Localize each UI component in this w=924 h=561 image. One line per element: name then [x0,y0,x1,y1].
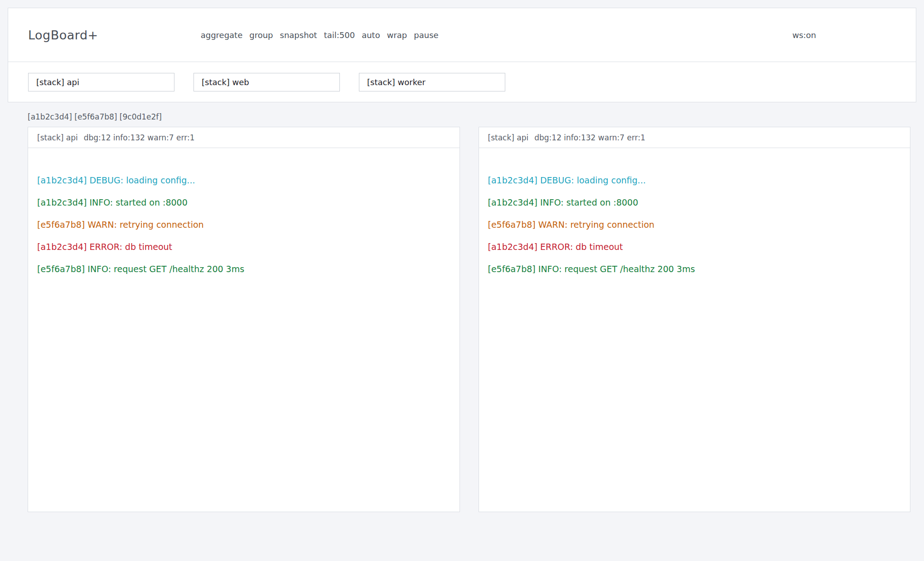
log-body[interactable]: [a1b2c3d4] DEBUG: loading config... [a1b… [28,148,460,512]
toolbar-item-wrap[interactable]: wrap [387,30,407,40]
log-panel-left: [stack] api dbg:12 info:132 warn:7 err:1… [28,127,460,512]
stack-filter-web[interactable]: [stack] web [194,73,340,91]
toolbar-item-auto[interactable]: auto [362,30,380,40]
log-line: [e5f6a7b8] WARN: retrying connection [37,214,455,236]
panel-title: [stack] api [488,133,529,142]
toolbar-item-pause[interactable]: pause [414,30,438,40]
stack-filter-row: [stack] api [stack] web [stack] worker [8,62,916,102]
panel-stats: dbg:12 info:132 warn:7 err:1 [534,133,645,142]
stack-filter-worker[interactable]: [stack] worker [359,73,505,91]
panel-header: [stack] api dbg:12 info:132 warn:7 err:1 [479,127,910,148]
log-line: [a1b2c3d4] ERROR: db timeout [37,236,455,258]
log-line: [a1b2c3d4] ERROR: db timeout [488,236,906,258]
log-line: [a1b2c3d4] DEBUG: loading config... [488,169,906,192]
toolbar: aggregate group snapshot tail:500 auto w… [201,30,439,40]
log-line: [a1b2c3d4] DEBUG: loading config... [37,169,455,192]
log-line: [a1b2c3d4] INFO: started on :8000 [37,192,455,214]
log-body[interactable]: [a1b2c3d4] DEBUG: loading config... [a1b… [479,148,910,512]
topbar: LogBoard+ aggregate group snapshot tail:… [8,8,916,102]
topbar-title-row: LogBoard+ aggregate group snapshot tail:… [8,8,916,62]
panel-title: [stack] api [37,133,78,142]
panel-stats: dbg:12 info:132 warn:7 err:1 [84,133,195,142]
log-line: [e5f6a7b8] INFO: request GET /healthz 20… [488,258,906,280]
log-line: [a1b2c3d4] INFO: started on :8000 [488,192,906,214]
toolbar-item-aggregate[interactable]: aggregate [201,30,243,40]
app-title: LogBoard+ [28,28,98,42]
panel-header: [stack] api dbg:12 info:132 warn:7 err:1 [28,127,460,148]
log-panel-right: [stack] api dbg:12 info:132 warn:7 err:1… [479,127,911,512]
stack-filter-api[interactable]: [stack] api [28,73,174,91]
trace-ids: [a1b2c3d4] [e5f6a7b8] [9c0d1e2f] [28,112,924,121]
log-line: [e5f6a7b8] INFO: request GET /healthz 20… [37,258,455,280]
log-line: [e5f6a7b8] WARN: retrying connection [488,214,906,236]
toolbar-item-snapshot[interactable]: snapshot [280,30,317,40]
toolbar-item-group[interactable]: group [249,30,273,40]
ws-status: ws:on [792,30,816,40]
toolbar-item-tail[interactable]: tail:500 [324,30,355,40]
log-panels: [stack] api dbg:12 info:132 warn:7 err:1… [28,127,910,512]
